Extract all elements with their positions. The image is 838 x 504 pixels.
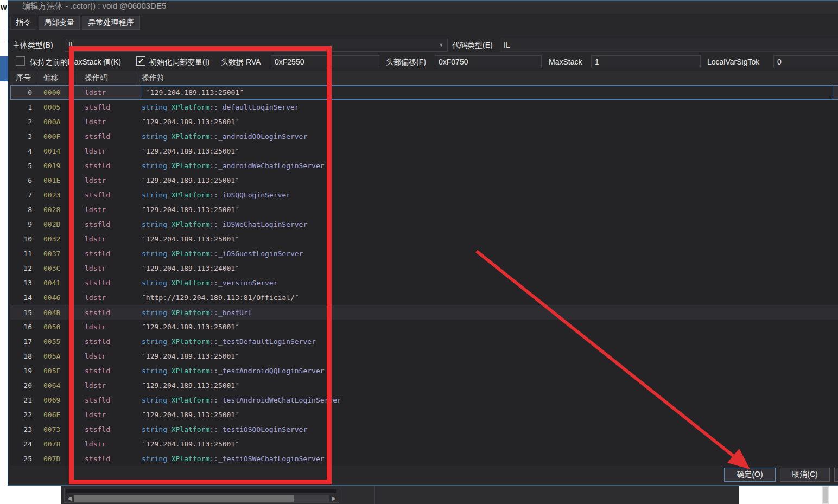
scroll-right-icon[interactable]: ▶	[329, 495, 338, 501]
cell-index: 16	[10, 323, 36, 331]
cell-index: 15	[10, 309, 36, 317]
partial-button[interactable]	[834, 468, 838, 482]
horizontal-scrollbar[interactable]: ◀ ▶	[65, 494, 338, 502]
scroll-left-icon[interactable]: ◀	[65, 495, 74, 501]
cell-index: 7	[10, 191, 36, 199]
code-type-input[interactable]: IL	[500, 39, 838, 52]
cell-index: 18	[10, 352, 36, 360]
cell-index: 14	[10, 294, 36, 302]
background-window-left-strip: w	[0, 0, 8, 504]
cell-index: 12	[10, 264, 36, 272]
tab-instructions[interactable]: 指令	[10, 16, 36, 30]
cell-index: 4	[10, 147, 36, 155]
cell-index: 1	[10, 103, 36, 111]
cell-index: 5	[10, 162, 36, 170]
background-selected-item	[0, 56, 8, 81]
annotation-rectangle	[69, 46, 332, 484]
chevron-down-icon[interactable]: ▼	[436, 40, 446, 50]
cell-index: 10	[10, 235, 36, 243]
cancel-button[interactable]: 取消(C)	[780, 468, 830, 482]
cell-index: 24	[10, 440, 36, 448]
localvarsigtok-input[interactable]: 0	[773, 55, 838, 68]
code-type-label: 代码类型(E)	[452, 41, 493, 50]
keep-maxstack-checkbox[interactable]	[16, 56, 25, 66]
cell-index: 13	[10, 279, 36, 287]
scrollbar-track[interactable]	[74, 495, 329, 502]
maxstack-label: MaxStack	[549, 58, 582, 66]
body-type-label: 主体类型(B)	[12, 41, 53, 50]
dialog-title-bar[interactable]: 编辑方法体 - .cctor() : void @06003DE5	[8, 1, 838, 14]
cell-index: 22	[10, 411, 36, 419]
cell-index: 19	[10, 367, 36, 375]
background-panel-divider	[374, 486, 375, 504]
dialog-title: 编辑方法体 - .cctor() : void @06003DE5	[22, 1, 166, 11]
tab-exception-handlers[interactable]: 异常处理程序	[82, 16, 140, 30]
cell-index: 20	[10, 381, 36, 390]
header-offset-input[interactable]: 0xF0750	[435, 55, 542, 68]
horizontal-scrollbar-groove	[66, 489, 336, 493]
background-divider	[0, 30, 8, 30]
cell-index: 11	[10, 250, 36, 258]
tab-local-variables[interactable]: 局部变量	[39, 16, 80, 30]
maxstack-input[interactable]: 1	[591, 55, 701, 68]
cell-index: 2	[10, 118, 36, 126]
column-header-index[interactable]: 序号	[10, 71, 36, 85]
scrollbar-thumb[interactable]	[74, 495, 294, 502]
header-offset-label: 头部偏移(F)	[386, 58, 426, 67]
cell-index: 0	[10, 88, 36, 97]
background-divider	[0, 42, 8, 42]
cell-index: 6	[10, 176, 36, 184]
tab-bar: 指令 局部变量 异常处理程序	[8, 15, 838, 31]
background-window-text: w	[1, 2, 7, 11]
cell-index: 21	[10, 396, 36, 404]
ok-button[interactable]: 确定(O)	[724, 468, 776, 482]
cell-index: 3	[10, 132, 36, 141]
cell-index: 23	[10, 425, 36, 433]
cell-index: 25	[10, 455, 36, 463]
localvarsigtok-label: LocalVarSigTok	[707, 58, 759, 66]
cell-index: 9	[10, 220, 36, 228]
vertical-scrollbar-thumb[interactable]	[823, 487, 828, 503]
cell-index: 8	[10, 206, 36, 214]
cell-index: 17	[10, 337, 36, 346]
